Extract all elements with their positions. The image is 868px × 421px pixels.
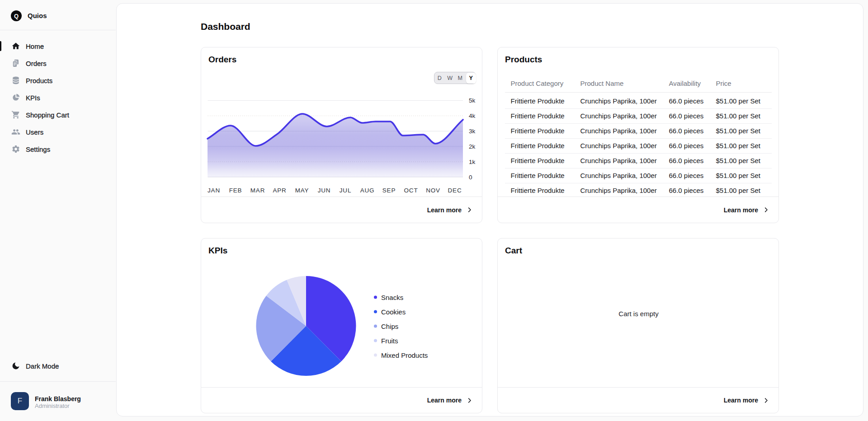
svg-text:4k: 4k xyxy=(469,112,476,119)
svg-text:JUN: JUN xyxy=(318,187,331,194)
svg-text:5k: 5k xyxy=(469,97,476,104)
svg-text:3k: 3k xyxy=(469,128,476,135)
svg-text:0: 0 xyxy=(469,174,472,181)
svg-text:OCT: OCT xyxy=(404,187,418,194)
svg-text:JUL: JUL xyxy=(340,187,351,194)
svg-text:SEP: SEP xyxy=(382,187,396,194)
svg-text:MAY: MAY xyxy=(295,187,309,194)
svg-text:MAR: MAR xyxy=(250,187,265,194)
svg-text:DEC: DEC xyxy=(448,187,462,194)
svg-text:1k: 1k xyxy=(469,159,476,165)
svg-text:NOV: NOV xyxy=(426,187,440,194)
svg-text:APR: APR xyxy=(273,187,286,194)
svg-text:AUG: AUG xyxy=(360,187,375,194)
svg-text:FEB: FEB xyxy=(229,187,242,194)
svg-text:2k: 2k xyxy=(469,143,476,150)
svg-text:JAN: JAN xyxy=(208,187,220,194)
